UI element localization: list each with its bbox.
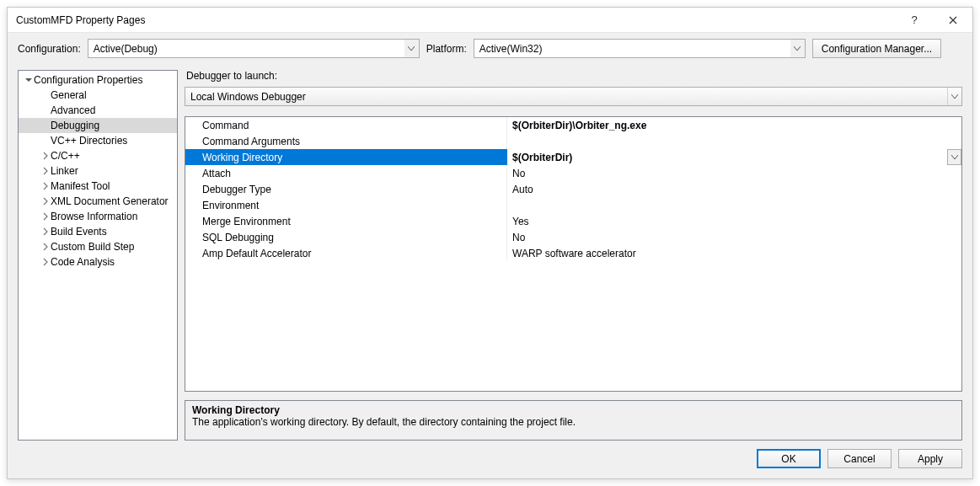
property-value[interactable] [507,133,961,149]
property-value[interactable]: WARP software accelerator [507,245,961,261]
property-name: Working Directory [185,149,507,165]
property-value[interactable]: $(OrbiterDir) [507,149,961,165]
property-value[interactable]: No [507,229,961,245]
debugger-launcher-label: Debugger to launch: [185,70,962,83]
tree-item-xml-document-generator[interactable]: XML Document Generator [19,194,177,209]
property-row[interactable]: AttachNo [185,165,961,181]
right-pane: Debugger to launch: Local Windows Debugg… [185,70,962,441]
debugger-launcher-value: Local Windows Debugger [190,91,947,103]
tree-item-advanced[interactable]: Advanced [19,103,177,118]
tree-item-label: Debugging [51,120,99,131]
property-value[interactable]: Auto [507,181,961,197]
chevron-down-icon [404,40,419,57]
tree-item-build-events[interactable]: Build Events [19,224,177,239]
platform-combo[interactable]: Active(Win32) [474,39,806,58]
property-name: Command Arguments [185,133,507,149]
platform-value: Active(Win32) [479,43,790,55]
tree-item-debugging[interactable]: Debugging [19,118,177,133]
property-row[interactable]: Command Arguments [185,133,961,149]
tree-item-c-c-[interactable]: C/C++ [19,148,177,163]
platform-label: Platform: [426,43,467,55]
help-text: The application's working directory. By … [192,416,955,428]
tree-item-label: Custom Build Step [51,241,134,253]
ok-button[interactable]: OK [757,449,821,468]
property-name: Debugger Type [185,181,507,197]
configuration-combo[interactable]: Active(Debug) [88,39,420,58]
tree-item-label: Build Events [51,226,107,238]
apply-button[interactable]: Apply [898,449,962,468]
expander-closed-icon[interactable] [40,257,51,267]
property-value[interactable]: Yes [507,213,961,229]
tree-item-custom-build-step[interactable]: Custom Build Step [19,239,177,254]
help-title: Working Directory [192,404,955,416]
property-grid[interactable]: Command$(OrbiterDir)\Orbiter_ng.exeComma… [185,116,962,392]
dropdown-button[interactable] [947,149,961,165]
tree-item-label: Manifest Tool [51,180,110,192]
property-name: Attach [185,165,507,181]
titlebar: CustomMFD Property Pages ? [8,8,972,33]
property-name: Environment [185,197,507,213]
property-row[interactable]: Environment [185,197,961,213]
tree-item-label: Linker [51,165,78,177]
tree-item-code-analysis[interactable]: Code Analysis [19,254,177,270]
expander-open-icon[interactable] [24,75,34,85]
expander-closed-icon[interactable] [40,227,51,237]
tree-item-manifest-tool[interactable]: Manifest Tool [19,179,177,194]
tree-item-label: XML Document Generator [51,195,169,207]
property-value[interactable]: $(OrbiterDir)\Orbiter_ng.exe [507,117,961,133]
property-name: Merge Environment [185,213,507,229]
dialog-body: Configuration Properties GeneralAdvanced… [8,70,972,441]
property-name: SQL Debugging [185,229,507,245]
property-pages-dialog: CustomMFD Property Pages ? Configuration… [7,7,973,479]
expander-closed-icon[interactable] [40,211,51,222]
expander-closed-icon[interactable] [40,151,51,161]
expander-closed-icon[interactable] [40,196,51,206]
property-row[interactable]: SQL DebuggingNo [185,229,961,245]
tree-item-vc-directories[interactable]: VC++ Directories [19,133,177,148]
button-bar: OK Cancel Apply [8,441,972,478]
window-title: CustomMFD Property Pages [16,14,895,26]
expander-closed-icon[interactable] [40,242,51,252]
chevron-down-icon [790,40,805,57]
property-row[interactable]: Merge EnvironmentYes [185,213,961,229]
debugger-launcher-combo[interactable]: Local Windows Debugger [185,87,962,106]
property-row[interactable]: Working Directory$(OrbiterDir) [185,149,961,165]
chevron-down-icon [951,155,958,160]
tree-item-general[interactable]: General [19,88,177,103]
property-name: Amp Default Accelerator [185,245,507,261]
property-row[interactable]: Debugger TypeAuto [185,181,961,197]
chevron-down-icon [947,88,961,105]
close-button[interactable] [934,8,972,33]
tree-pane[interactable]: Configuration Properties GeneralAdvanced… [18,70,178,441]
configuration-label: Configuration: [18,43,81,55]
tree-item-label: Code Analysis [51,256,115,268]
tree-root-label: Configuration Properties [34,74,142,86]
expander-closed-icon[interactable] [40,181,51,191]
tree-item-label: VC++ Directories [51,135,127,147]
tree-item-label: C/C++ [51,150,80,162]
tree-item-label: General [51,89,87,101]
configuration-manager-button[interactable]: Configuration Manager... [812,39,941,58]
tree-root[interactable]: Configuration Properties [19,72,177,88]
tree-item-label: Browse Information [51,211,137,222]
configuration-bar: Configuration: Active(Debug) Platform: A… [8,33,972,70]
help-panel: Working Directory The application's work… [185,400,962,441]
help-button[interactable]: ? [895,8,934,33]
expander-closed-icon[interactable] [40,166,51,176]
help-icon: ? [911,13,917,26]
property-name: Command [185,117,507,133]
close-icon [949,16,957,24]
property-row[interactable]: Amp Default AcceleratorWARP software acc… [185,245,961,261]
cancel-button[interactable]: Cancel [827,449,892,468]
tree-item-browse-information[interactable]: Browse Information [19,209,177,224]
tree-item-label: Advanced [51,104,95,116]
property-value[interactable]: No [507,165,961,181]
configuration-value: Active(Debug) [94,43,404,55]
tree-item-linker[interactable]: Linker [19,163,177,179]
property-row[interactable]: Command$(OrbiterDir)\Orbiter_ng.exe [185,117,961,133]
property-value[interactable] [507,197,961,213]
